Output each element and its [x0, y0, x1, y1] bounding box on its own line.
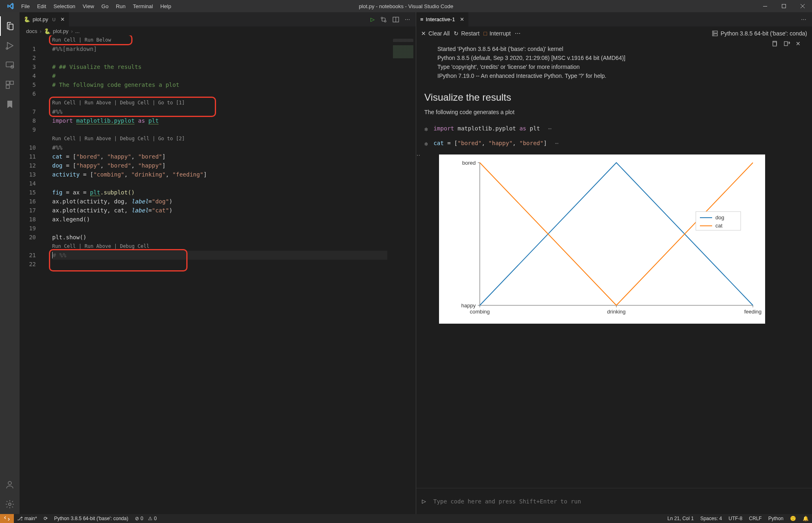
- breadcrumb[interactable]: docs › 🐍 plot.py › ...: [20, 26, 416, 35]
- more-icon[interactable]: ⋯: [515, 30, 521, 37]
- close-button[interactable]: [793, 0, 812, 12]
- menu-selection[interactable]: Selection: [50, 3, 79, 9]
- svg-rect-6: [10, 81, 13, 84]
- maximize-button[interactable]: [774, 0, 793, 12]
- svg-rect-5: [6, 81, 9, 84]
- code-content[interactable]: Run Cell | Run Below #%%[markdown] # ## …: [52, 35, 416, 269]
- more-actions-icon[interactable]: ⋯: [801, 16, 812, 22]
- svg-rect-1: [782, 4, 786, 8]
- codelens-run-cell-above-3[interactable]: Run Cell | Run Above | Debug Cell: [52, 242, 416, 251]
- svg-text:feeding: feeding: [744, 309, 762, 315]
- editor-body[interactable]: 1 2 3 4 5 6 7 8 9 10 11 12 13 14 15: [20, 35, 416, 514]
- menu-help[interactable]: Help: [157, 3, 175, 9]
- svg-rect-19: [784, 42, 788, 46]
- svg-point-8: [8, 481, 11, 485]
- breadcrumb-folder[interactable]: docs: [26, 28, 37, 34]
- svg-point-17: [713, 35, 714, 35]
- window-title: plot.py - notebooks - Visual Studio Code: [359, 3, 453, 9]
- interactive-icon: ≡: [420, 16, 424, 22]
- eol[interactable]: CRLF: [746, 516, 765, 521]
- remote-indicator[interactable]: [0, 514, 14, 523]
- ghost-text: # %%: [53, 252, 66, 258]
- cell-gear-icon[interactable]: ❄: [424, 126, 428, 132]
- indentation[interactable]: Spaces: 4: [697, 516, 725, 521]
- compare-changes-icon[interactable]: [380, 16, 387, 23]
- activity-bar: [0, 12, 20, 514]
- interrupt-button[interactable]: □Interrupt: [483, 30, 511, 37]
- language-mode[interactable]: Python: [765, 516, 787, 521]
- goto-icon[interactable]: [783, 40, 790, 47]
- close-icon: ✕: [421, 30, 426, 37]
- ellipsis-icon[interactable]: ⋯: [548, 125, 552, 132]
- account-icon[interactable]: [0, 475, 20, 494]
- branch-icon: ⎇: [17, 516, 23, 521]
- code-cell-2: ❄ cat = ["bored", "happy", "bored"] ⋯: [424, 140, 804, 147]
- menu-view[interactable]: View: [79, 3, 98, 9]
- bookmark-icon[interactable]: [0, 95, 20, 114]
- chevron-right-icon: ›: [40, 28, 41, 34]
- interactive-output[interactable]: ✕ Started 'Python 3.8.5 64-bit ('base': …: [416, 40, 812, 488]
- markdown-paragraph: The following code generates a plot: [424, 109, 804, 115]
- breadcrumb-file[interactable]: plot.py: [53, 28, 68, 34]
- markdown-heading: Visualize the results: [424, 92, 804, 103]
- git-branch[interactable]: ⎇main*: [14, 516, 40, 521]
- split-editor-icon[interactable]: [393, 16, 399, 23]
- feedback-icon[interactable]: 🙂: [787, 516, 799, 521]
- cursor-position[interactable]: Ln 21, Col 1: [664, 516, 697, 521]
- editor-pane: 🐍 plot.py U ✕ ▷ ⋯ docs › 🐍 plot.py ›: [20, 12, 416, 514]
- menu-edit[interactable]: Edit: [33, 3, 50, 9]
- menu-go[interactable]: Go: [98, 3, 112, 9]
- menu-bar: File Edit Selection View Go Run Terminal…: [18, 3, 175, 9]
- run-debug-icon[interactable]: [0, 36, 20, 55]
- cell-gear-icon[interactable]: ❄: [424, 141, 428, 147]
- ellipsis-icon[interactable]: ⋯: [555, 140, 559, 146]
- svg-text:combing: combing: [470, 309, 490, 315]
- interactive-input[interactable]: [433, 498, 806, 505]
- close-icon[interactable]: ✕: [796, 40, 801, 47]
- notifications-icon[interactable]: 🔔: [799, 516, 812, 521]
- copy-icon[interactable]: [771, 40, 778, 47]
- problems[interactable]: ⊘0 ⚠0: [132, 516, 160, 521]
- status-bar: ⎇main* ⟳ Python 3.8.5 64-bit ('base': co…: [0, 514, 812, 523]
- breadcrumb-more[interactable]: ...: [75, 28, 79, 34]
- tab-close-icon[interactable]: ✕: [60, 16, 65, 22]
- svg-text:dog: dog: [715, 214, 724, 221]
- interactive-pane: ≡ Interactive-1 ✕ ⋯ ✕Clear All ↻Restart …: [416, 12, 812, 514]
- menu-run[interactable]: Run: [112, 3, 129, 9]
- tab-close-icon[interactable]: ✕: [460, 16, 464, 22]
- svg-point-16: [713, 32, 714, 32]
- sync-button[interactable]: ⟳: [40, 516, 51, 521]
- explorer-icon[interactable]: [0, 16, 20, 36]
- kernel-info: Started 'Python 3.8.5 64-bit ('base': co…: [437, 44, 804, 80]
- minimize-button[interactable]: [756, 0, 774, 12]
- svg-text:cat: cat: [715, 223, 723, 229]
- codelens-run-cell-above-2[interactable]: Run Cell | Run Above | Debug Cell | Go t…: [52, 134, 416, 143]
- more-actions-icon[interactable]: ⋯: [405, 16, 410, 23]
- menu-file[interactable]: File: [18, 3, 33, 9]
- kernel-selector[interactable]: Python 3.8.5 64-bit ('base': conda): [712, 30, 807, 37]
- restart-button[interactable]: ↻Restart: [454, 30, 479, 37]
- tab-label: Interactive-1: [426, 16, 455, 22]
- python-interpreter[interactable]: Python 3.8.5 64-bit ('base': conda): [51, 516, 132, 521]
- svg-point-11: [384, 20, 386, 22]
- svg-text:bored: bored: [462, 160, 476, 166]
- clear-all-button[interactable]: ✕Clear All: [421, 30, 450, 37]
- extensions-icon[interactable]: [0, 75, 20, 95]
- plot-output: ⋯ boredhappycombingdrinkingfeedingdogcat: [424, 154, 804, 324]
- codelens-run-cell-above-1[interactable]: Run Cell | Run Above | Debug Cell | Go t…: [52, 98, 416, 107]
- sync-icon: ⟳: [44, 516, 48, 521]
- tab-interactive[interactable]: ≡ Interactive-1 ✕: [416, 12, 468, 26]
- chevron-right-icon: ›: [71, 28, 73, 34]
- cell-more-icon[interactable]: ⋯: [416, 152, 421, 159]
- tab-plot-py[interactable]: 🐍 plot.py U ✕: [20, 12, 69, 26]
- encoding[interactable]: UTF-8: [725, 516, 746, 521]
- line-gutter: 1 2 3 4 5 6 7 8 9 10 11 12 13 14 15: [20, 35, 42, 269]
- minimap[interactable]: [387, 35, 416, 514]
- menu-terminal[interactable]: Terminal: [129, 3, 157, 9]
- run-input-icon[interactable]: ▷: [422, 498, 426, 504]
- vscode-logo-icon: [3, 3, 18, 9]
- run-icon[interactable]: ▷: [371, 16, 375, 23]
- codelens-run-cell-below[interactable]: Run Cell | Run Below: [52, 35, 416, 44]
- remote-explorer-icon[interactable]: [0, 55, 20, 75]
- settings-gear-icon[interactable]: [0, 494, 20, 514]
